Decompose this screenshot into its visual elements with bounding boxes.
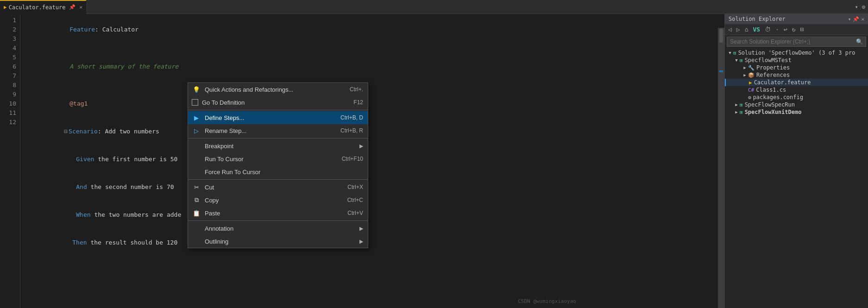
ctx-rename-step[interactable]: ▷ Rename Step... Ctrl+B, R [188, 124, 368, 137]
sol-forward-btn[interactable]: ▷ [735, 25, 742, 34]
ctx-cut[interactable]: ✂ Cut Ctrl+X [188, 181, 368, 194]
ctx-force-run[interactable]: Force Run To Cursor [188, 165, 368, 178]
specflow-xunit-item[interactable]: ▶ ⊞ SpecFlowXunitDemo [725, 108, 868, 116]
ctx-run-to-cursor[interactable]: Run To Cursor Ctrl+F10 [188, 152, 368, 165]
ctx-sep-3 [188, 179, 368, 180]
ctx-copy-shortcut: Ctrl+C [347, 197, 363, 203]
ctx-cut-shortcut: Ctrl+X [347, 184, 363, 190]
code-line-2 [26, 44, 724, 53]
tab-dropdown-btn[interactable]: ▾ [854, 3, 859, 11]
properties-icon: 🔧 [748, 65, 755, 71]
sol-sep1: · [774, 25, 780, 34]
ctx-paste-shortcut: Ctrl+V [347, 210, 363, 216]
specflow-xunit-expand: ▶ [733, 110, 740, 114]
specflow-mstest-expand: ▼ [733, 58, 740, 63]
sol-pin-btn[interactable]: 📌 [853, 16, 859, 22]
packages-icon: ⚙ [748, 94, 751, 101]
ctx-run-to-cursor-label: Run To Cursor [205, 156, 338, 163]
sol-close-btn[interactable]: ✕ [861, 16, 864, 22]
feature-tab-icon: ▶ [4, 4, 7, 10]
editor-scrollbar[interactable] [718, 28, 724, 308]
paste-icon: 📋 [192, 210, 201, 217]
ctx-copy-label: Copy [205, 197, 344, 204]
solution-icon: ⊞ [733, 50, 736, 56]
line-num-7: 7 [4, 71, 16, 81]
ctx-paste[interactable]: 📋 Paste Ctrl+V [188, 207, 368, 220]
properties-label: Properties [756, 64, 790, 71]
sol-refresh-btn[interactable]: ↻ [791, 25, 797, 34]
specflow-specrun-item[interactable]: ▶ ⊞ SpecFlowSpecRun [725, 101, 868, 108]
specflow-mstest-item[interactable]: ▼ ⊞ SpecflowMSTest [725, 57, 868, 64]
code-line-4 [26, 81, 724, 90]
code-line-9: When the two numbers are adde [26, 201, 724, 229]
solution-search-box[interactable]: 🔍 [727, 37, 866, 47]
specflow-xunit-icon: ⊞ [740, 109, 743, 115]
sol-vs-btn[interactable]: VS [751, 25, 761, 34]
line-num-4: 4 [4, 44, 16, 53]
solution-explorer-title: Solution Explorer [729, 16, 786, 22]
properties-item[interactable]: ▶ 🔧 Properties [725, 64, 868, 71]
code-line-1: Feature: Calculator [26, 16, 724, 44]
caculator-feature-item[interactable]: ▶ Caculator.feature [725, 79, 868, 86]
line-num-5: 5 [4, 53, 16, 62]
caculator-feature-tab[interactable]: ▶ Caculator.feature 📌 ✕ [0, 0, 86, 14]
sol-undo-btn[interactable]: ↩ [782, 25, 789, 34]
packages-label: packages.config [753, 94, 803, 101]
quick-actions-icon: 💡 [192, 86, 201, 93]
solution-tree-root[interactable]: ▼ ⊞ Solution 'SpecflowDemo' (3 of 3 pro [725, 49, 868, 57]
cut-icon: ✂ [192, 184, 201, 191]
packages-item[interactable]: ⚙ packages.config [725, 94, 868, 101]
sol-collapse-btn[interactable]: ⊟ [799, 25, 805, 34]
ctx-go-to-definition[interactable]: Go To Definition F12 [188, 96, 368, 109]
code-line-5: @tag1 [26, 90, 724, 118]
ctx-annotation[interactable]: Annotation ▶ [188, 222, 368, 235]
sol-timer-btn[interactable]: ⏱ [763, 25, 772, 34]
ctx-sep-1 [188, 110, 368, 110]
ctx-quick-actions[interactable]: 💡 Quick Actions and Refactorings... Ctrl… [188, 83, 368, 96]
outlining-arrow: ▶ [359, 239, 363, 245]
line-num-12: 12 [4, 118, 16, 127]
ctx-quick-actions-shortcut: Ctrl+. [350, 86, 363, 93]
editor-content: 1 2 3 4 5 6 7 8 9 10 11 12 Feature: Calc… [0, 14, 724, 308]
code-line-11 [26, 257, 724, 266]
line-num-6: 6 [4, 62, 16, 71]
solution-search-input[interactable] [730, 38, 856, 45]
line-num-2: 2 [4, 25, 16, 34]
ctx-run-to-cursor-shortcut: Ctrl+F10 [342, 156, 363, 162]
solution-title-controls: ▾ 📌 ✕ [848, 16, 864, 22]
ctx-breakpoint[interactable]: Breakpoint ▶ [188, 139, 368, 152]
sol-back-btn[interactable]: ◁ [727, 25, 733, 34]
ctx-define-steps-label: Define Steps... [205, 114, 337, 121]
ctx-outlining-label: Outlining [205, 238, 354, 245]
ctx-copy[interactable]: ⧉ Copy Ctrl+C [188, 194, 368, 207]
code-line-10: Then the result should be 120 [26, 229, 724, 257]
solution-search-icon: 🔍 [856, 38, 863, 45]
go-to-def-icon [192, 99, 198, 106]
line-num-1: 1 [4, 16, 16, 25]
tab-controls: ▾ ⚙ [854, 3, 868, 11]
tab-bar: ▶ Caculator.feature 📌 ✕ ▾ ⚙ [0, 0, 868, 14]
ctx-sep-2 [188, 138, 368, 138]
solution-toolbar: ◁ ▷ ⌂ VS ⏱ · ↩ ↻ ⊟ [725, 24, 868, 35]
tab-pin[interactable]: 📌 [69, 4, 75, 10]
line-num-11: 11 [4, 108, 16, 118]
sol-dropdown-btn[interactable]: ▾ [848, 16, 851, 22]
ctx-go-to-def-shortcut: F12 [353, 99, 363, 106]
tab-settings-btn[interactable]: ⚙ [861, 3, 866, 11]
tab-close-btn[interactable]: ✕ [79, 4, 82, 10]
scroll-indicator [719, 29, 723, 43]
define-steps-icon: ▶ [192, 114, 201, 121]
caculator-feature-label: Caculator.feature [754, 79, 811, 86]
sol-home-btn[interactable]: ⌂ [743, 25, 750, 34]
ctx-force-run-label: Force Run To Cursor [205, 169, 363, 176]
references-item[interactable]: ▶ 📦 References [725, 71, 868, 79]
ctx-define-steps[interactable]: ▶ Define Steps... Ctrl+B, D [188, 111, 368, 124]
code-pane[interactable]: Feature: Calculator A short summary of t… [20, 14, 724, 308]
solution-explorer-panel: Solution Explorer ▾ 📌 ✕ ◁ ▷ ⌂ VS ⏱ · ↩ ↻… [724, 14, 868, 308]
context-menu: 💡 Quick Actions and Refactorings... Ctrl… [188, 82, 368, 248]
class1-item[interactable]: C# Class1.cs [725, 86, 868, 94]
code-line-12 [26, 266, 724, 275]
copy-icon: ⧉ [192, 196, 201, 204]
watermark: CSDN @wumingxiaoyao [518, 298, 576, 304]
ctx-outlining[interactable]: Outlining ▶ [188, 235, 368, 248]
